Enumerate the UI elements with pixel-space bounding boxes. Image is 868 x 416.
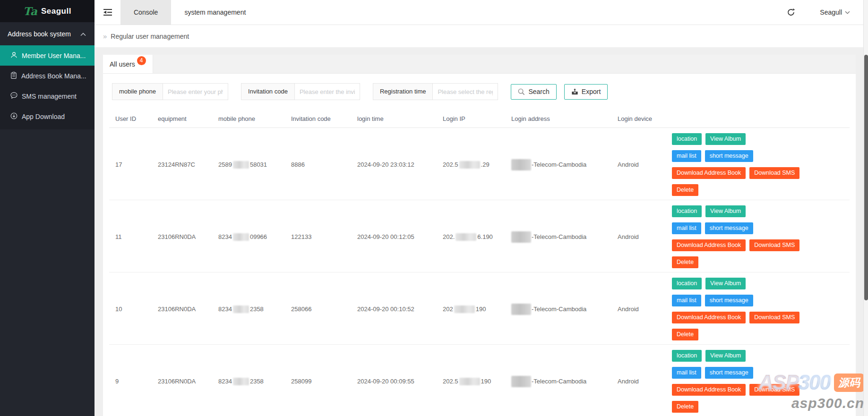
sidebar-item-sms-management[interactable]: SMS management	[0, 86, 95, 106]
tab-strip: All users 4	[103, 55, 856, 74]
table-header: User ID equipment mobile phone Invitatio…	[109, 110, 850, 128]
vertical-scrollbar[interactable]	[863, 0, 868, 416]
cell-equipment: 23124RN87C	[152, 128, 212, 201]
redacted-blur	[511, 376, 531, 387]
location-button[interactable]: location	[672, 278, 702, 289]
cell-login-ip: 202.6.190	[437, 200, 505, 273]
sidebar-item-address-book-management[interactable]: Address Book Mana...	[0, 66, 95, 86]
sidebar-item-label: Address Book Mana...	[21, 72, 86, 80]
cell-actions: locationView Albummail listshort message…	[670, 200, 850, 273]
main-area: Console system management Seagull » Regu…	[95, 0, 863, 416]
download-sms-button[interactable]: Download SMS	[749, 239, 799, 251]
breadcrumb-arrow-icon: »	[103, 32, 107, 40]
delete-button[interactable]: Delete	[672, 256, 698, 268]
delete-button[interactable]: Delete	[672, 184, 698, 196]
mail-list-button[interactable]: mail list	[672, 150, 701, 162]
mail-list-button[interactable]: mail list	[672, 222, 701, 234]
tab-console[interactable]: Console	[120, 0, 171, 25]
location-button[interactable]: location	[672, 350, 702, 362]
column-header-login-ip: Login IP	[437, 110, 505, 127]
view-album-button[interactable]: View Album	[705, 350, 746, 362]
mobile-phone-input[interactable]	[163, 83, 228, 100]
sidebar-item-member-user-management[interactable]: Member User Mana...	[0, 45, 95, 66]
cell-actions: locationView Albummail listshort message…	[670, 345, 850, 416]
download-sms-button[interactable]: Download SMS	[749, 384, 799, 396]
short-message-button[interactable]: short message	[705, 295, 753, 306]
cell-login-ip: 202.5190	[437, 345, 505, 416]
download-address-book-button[interactable]: Download Address Book	[672, 167, 746, 179]
view-album-button[interactable]: View Album	[705, 205, 746, 217]
cell-login-time: 2024-09-20 00:12:05	[351, 200, 437, 273]
cell-mobile-phone: 258958031	[212, 128, 285, 201]
chevron-up-icon	[80, 30, 86, 38]
delete-button[interactable]: Delete	[672, 329, 698, 340]
search-icon	[518, 88, 525, 95]
filter-invitation-code: Invitation code	[241, 83, 360, 100]
chevron-down-icon	[845, 11, 850, 14]
download-sms-button[interactable]: Download SMS	[749, 167, 799, 179]
user-name: Seagull	[820, 8, 842, 16]
download-address-book-button[interactable]: Download Address Book	[672, 312, 746, 323]
cell-invitation-code: 122133	[285, 200, 351, 273]
redacted-blur	[511, 304, 531, 315]
delete-button[interactable]: Delete	[672, 401, 698, 413]
logo: Ta Seagull	[0, 0, 95, 22]
registration-time-label: Registration time	[373, 83, 433, 100]
tab-all-users[interactable]: All users 4	[103, 55, 153, 73]
table-row: 1723124RN87C25895803188862024-09-20 23:0…	[109, 128, 850, 200]
location-button[interactable]: location	[672, 205, 702, 217]
redacted-blur	[511, 231, 531, 243]
mail-list-button[interactable]: mail list	[672, 295, 701, 306]
cell-login-device: Android	[611, 200, 670, 273]
redacted-blur	[233, 233, 249, 241]
view-album-button[interactable]: View Album	[705, 278, 746, 289]
redacted-blur	[455, 233, 476, 241]
table-row: 923106RN0DA823423582580992024-09-20 00:0…	[109, 345, 850, 416]
sidebar-item-label: App Download	[22, 113, 65, 120]
tab-system-management[interactable]: system management	[171, 0, 259, 25]
cell-user-id: 10	[109, 272, 152, 346]
view-album-button[interactable]: View Album	[705, 133, 746, 145]
short-message-button[interactable]: short message	[705, 222, 753, 234]
download-address-book-button[interactable]: Download Address Book	[672, 239, 746, 251]
search-button[interactable]: Search	[511, 84, 556, 100]
cell-login-time: 2024-09-20 23:03:12	[351, 128, 437, 201]
scrollbar-thumb[interactable]	[864, 55, 868, 300]
mail-list-button[interactable]: mail list	[672, 367, 701, 379]
mobile-phone-label: mobile phone	[112, 83, 163, 100]
cell-login-time: 2024-09-20 00:09:55	[351, 345, 437, 416]
tab-all-users-label: All users	[110, 60, 135, 68]
sidebar-section-label: Address book system	[8, 30, 71, 38]
refresh-icon[interactable]	[787, 8, 795, 17]
cell-login-device: Android	[611, 272, 670, 346]
sidebar-section-address-book-system[interactable]: Address book system	[0, 22, 95, 45]
registration-time-input[interactable]	[433, 83, 498, 100]
location-button[interactable]: location	[672, 133, 702, 145]
logo-title: Seagull	[41, 7, 71, 16]
filter-bar: mobile phone Invitation code Registratio…	[103, 74, 856, 100]
cell-actions: locationView Albummail listshort message…	[670, 272, 850, 346]
cell-user-id: 11	[109, 200, 152, 273]
download-sms-button[interactable]: Download SMS	[749, 312, 799, 323]
redacted-blur	[511, 159, 531, 170]
topbar-right: Seagull	[787, 0, 863, 25]
download-address-book-button[interactable]: Download Address Book	[672, 384, 746, 396]
cell-equipment: 23106RN0DA	[152, 200, 212, 273]
cell-login-device: Android	[611, 345, 670, 416]
invitation-code-input[interactable]	[295, 83, 360, 100]
redacted-blur	[454, 306, 475, 313]
column-header-login-device: Login device	[611, 110, 670, 127]
topbar: Console system management Seagull	[95, 0, 863, 25]
collapse-sidebar-icon[interactable]	[95, 0, 120, 25]
short-message-button[interactable]: short message	[705, 150, 753, 162]
cell-invitation-code: 258099	[285, 345, 351, 416]
cell-login-ip: 202190	[437, 272, 505, 346]
user-dropdown[interactable]: Seagull	[820, 8, 850, 16]
redacted-blur	[459, 161, 480, 169]
export-button[interactable]: Export	[564, 84, 608, 100]
sidebar-item-app-download[interactable]: App Download	[0, 106, 95, 127]
sidebar: Ta Seagull Address book system Member Us…	[0, 0, 95, 416]
logo-mark: Ta	[23, 5, 37, 17]
export-icon	[571, 88, 578, 95]
short-message-button[interactable]: short message	[705, 367, 753, 379]
